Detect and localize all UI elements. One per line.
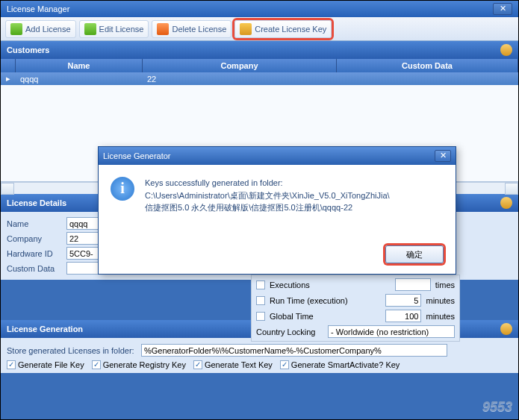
executions-label: Executions — [270, 280, 391, 289]
checkbox-checked-icon: ✓ — [193, 360, 202, 369]
details-title: License Details — [7, 198, 66, 207]
hwid-label: Hardware ID — [7, 249, 66, 258]
runtime-checkbox[interactable] — [256, 296, 265, 305]
generate-text-key-option[interactable]: ✓Generate Text Key — [193, 360, 273, 369]
runtime-label: Run Time (execution) — [270, 296, 381, 305]
country-select[interactable] — [328, 325, 455, 338]
delete-license-label: Delete License — [172, 25, 226, 34]
details-icon — [500, 197, 512, 209]
company-col[interactable]: Company — [143, 59, 337, 72]
generate-smartactivate-key-option[interactable]: ✓Generate SmartActivate? Key — [280, 360, 400, 369]
add-license-button[interactable]: Add License — [5, 20, 76, 38]
executions-unit: times — [435, 280, 455, 289]
store-folder-field[interactable] — [141, 344, 447, 357]
generate-file-key-option[interactable]: ✓Generate File Key — [7, 360, 84, 369]
dialog-message: Keys successfully generated in folder: C… — [145, 177, 390, 214]
delete-icon — [157, 23, 169, 35]
checkbox-checked-icon: ✓ — [7, 360, 16, 369]
dialog-close-button[interactable]: ✕ — [435, 150, 451, 162]
edit-license-button[interactable]: Edit License — [79, 20, 149, 38]
generation-title: License Generation — [7, 325, 83, 333]
customers-header: Customers — [1, 41, 518, 59]
runtime-input[interactable] — [385, 294, 421, 307]
generation-panel: Store generated Licenses in folder: ✓Gen… — [1, 338, 518, 373]
limits-panel: Executionstimes Run Time (execution)minu… — [251, 275, 460, 342]
cell-name: qqqq — [16, 75, 143, 84]
edit-license-label: Edit License — [99, 25, 144, 34]
ok-button[interactable]: 确定 — [385, 245, 444, 263]
dialog-title: License Generator — [103, 151, 171, 160]
generate-registry-key-option[interactable]: ✓Generate Registry Key — [92, 360, 186, 369]
table-row[interactable]: ▸ qqqq 22 — [1, 72, 518, 85]
checkbox-checked-icon: ✓ — [92, 360, 101, 369]
message-line-1: Keys successfully generated in folder: — [145, 177, 390, 189]
create-license-key-button[interactable]: Create License Key — [234, 20, 332, 38]
globaltime-input[interactable] — [385, 310, 421, 322]
company-label: Company — [7, 234, 66, 243]
message-line-3: 信捷抠图5.0 永久使用破解版\信捷抠图5.0注册机\qqqq-22 — [145, 201, 390, 214]
country-label: Country Locking — [256, 327, 323, 336]
create-key-label: Create License Key — [255, 25, 326, 34]
executions-checkbox[interactable] — [256, 280, 265, 289]
window-close-button[interactable]: ✕ — [493, 3, 512, 15]
key-icon — [240, 23, 252, 35]
watermark: 9553 — [482, 399, 512, 415]
info-icon: i — [111, 177, 134, 201]
checkbox-checked-icon: ✓ — [280, 360, 289, 369]
window-title: License Manager — [7, 4, 69, 13]
name-col[interactable]: Name — [16, 59, 143, 72]
name-label: Name — [7, 219, 66, 228]
generation-icon — [500, 323, 512, 335]
window-titlebar: License Manager ✕ — [1, 1, 518, 17]
customers-icon — [500, 44, 512, 56]
customdata-label: Custom Data — [7, 264, 66, 273]
globaltime-label: Global Time — [270, 312, 381, 321]
dialog-titlebar: License Generator ✕ — [99, 147, 456, 165]
add-icon — [10, 23, 22, 35]
customers-grid-header: Name Company Custom Data — [1, 59, 518, 72]
cell-company: 22 — [143, 75, 337, 84]
license-generator-dialog: License Generator ✕ i Keys successfully … — [98, 146, 456, 275]
main-toolbar: Add License Edit License Delete License … — [1, 17, 518, 41]
store-folder-label: Store generated Licenses in folder: — [7, 346, 141, 355]
executions-input[interactable] — [395, 278, 431, 291]
edit-icon — [84, 23, 96, 35]
customers-title: Customers — [7, 46, 49, 54]
row-indicator-icon: ▸ — [1, 74, 16, 84]
add-license-label: Add License — [25, 25, 71, 34]
globaltime-unit: minutes — [426, 312, 455, 321]
message-line-2: C:\Users\Administrator\桌面\新建文件夹\XinJie_V… — [145, 189, 390, 202]
globaltime-checkbox[interactable] — [256, 312, 265, 321]
customdata-col[interactable]: Custom Data — [337, 59, 518, 72]
runtime-unit: minutes — [426, 296, 455, 305]
delete-license-button[interactable]: Delete License — [152, 20, 231, 38]
row-marker-col — [1, 59, 16, 72]
